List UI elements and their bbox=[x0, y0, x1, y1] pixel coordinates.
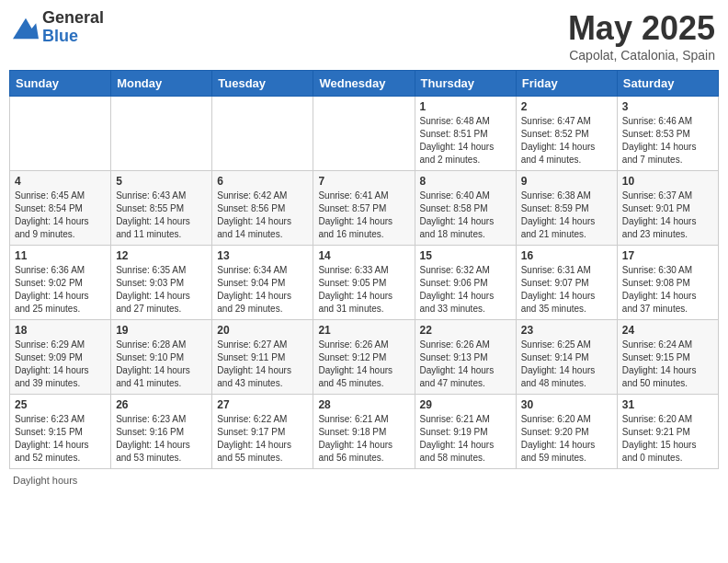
calendar-day-cell: 5Sunrise: 6:43 AM Sunset: 8:55 PM Daylig… bbox=[111, 171, 212, 246]
day-number: 1 bbox=[420, 100, 511, 113]
calendar-day-cell: 15Sunrise: 6:32 AM Sunset: 9:06 PM Dayli… bbox=[415, 246, 516, 320]
calendar-day-cell: 6Sunrise: 6:42 AM Sunset: 8:56 PM Daylig… bbox=[212, 171, 313, 246]
day-number: 27 bbox=[217, 398, 308, 411]
day-info: Sunrise: 6:46 AM Sunset: 8:53 PM Dayligh… bbox=[622, 115, 713, 167]
calendar-day-cell: 31Sunrise: 6:20 AM Sunset: 9:21 PM Dayli… bbox=[617, 395, 718, 469]
svg-marker-0 bbox=[13, 18, 39, 39]
calendar-day-cell: 2Sunrise: 6:47 AM Sunset: 8:52 PM Daylig… bbox=[516, 97, 617, 171]
day-number: 3 bbox=[622, 100, 713, 113]
month-title: May 2025 bbox=[568, 9, 715, 48]
day-info: Sunrise: 6:45 AM Sunset: 8:54 PM Dayligh… bbox=[15, 190, 106, 241]
day-info: Sunrise: 6:37 AM Sunset: 9:01 PM Dayligh… bbox=[622, 190, 713, 241]
logo-text: General Blue bbox=[42, 9, 104, 46]
calendar-day-cell: 21Sunrise: 6:26 AM Sunset: 9:12 PM Dayli… bbox=[313, 320, 415, 395]
logo-icon bbox=[13, 15, 39, 40]
calendar-day-cell: 20Sunrise: 6:27 AM Sunset: 9:11 PM Dayli… bbox=[212, 320, 313, 395]
day-info: Sunrise: 6:34 AM Sunset: 9:04 PM Dayligh… bbox=[217, 264, 308, 316]
logo: General Blue bbox=[13, 9, 104, 46]
page-container: General Blue May 2025 Capolat, Catalonia… bbox=[9, 9, 719, 486]
calendar-day-cell: 19Sunrise: 6:28 AM Sunset: 9:10 PM Dayli… bbox=[111, 320, 212, 395]
day-info: Sunrise: 6:27 AM Sunset: 9:11 PM Dayligh… bbox=[217, 339, 308, 390]
day-number: 25 bbox=[15, 398, 106, 411]
day-info: Sunrise: 6:47 AM Sunset: 8:52 PM Dayligh… bbox=[521, 115, 612, 167]
day-number: 22 bbox=[420, 324, 511, 337]
calendar-day-cell bbox=[10, 97, 111, 171]
logo-blue-text: Blue bbox=[42, 28, 104, 46]
calendar-day-cell: 29Sunrise: 6:21 AM Sunset: 9:19 PM Dayli… bbox=[415, 395, 516, 469]
day-info: Sunrise: 6:35 AM Sunset: 9:03 PM Dayligh… bbox=[116, 264, 207, 316]
day-of-week-header: Monday bbox=[111, 71, 212, 97]
calendar-day-cell: 27Sunrise: 6:22 AM Sunset: 9:17 PM Dayli… bbox=[212, 395, 313, 469]
calendar-day-cell: 14Sunrise: 6:33 AM Sunset: 9:05 PM Dayli… bbox=[313, 246, 415, 320]
day-info: Sunrise: 6:24 AM Sunset: 9:15 PM Dayligh… bbox=[622, 339, 713, 390]
day-number: 10 bbox=[622, 175, 713, 188]
calendar-day-cell bbox=[111, 97, 212, 171]
day-of-week-header: Thursday bbox=[415, 71, 516, 97]
calendar-day-cell: 7Sunrise: 6:41 AM Sunset: 8:57 PM Daylig… bbox=[313, 171, 415, 246]
day-info: Sunrise: 6:25 AM Sunset: 9:14 PM Dayligh… bbox=[521, 339, 612, 390]
calendar-day-cell: 1Sunrise: 6:48 AM Sunset: 8:51 PM Daylig… bbox=[415, 97, 516, 171]
day-of-week-header: Wednesday bbox=[313, 71, 415, 97]
day-info: Sunrise: 6:32 AM Sunset: 9:06 PM Dayligh… bbox=[420, 264, 511, 316]
calendar-day-cell bbox=[313, 97, 415, 171]
title-area: May 2025 Capolat, Catalonia, Spain bbox=[568, 9, 715, 63]
day-number: 7 bbox=[318, 175, 409, 188]
daylight-hours-label: Daylight hours bbox=[13, 475, 77, 486]
day-info: Sunrise: 6:36 AM Sunset: 9:02 PM Dayligh… bbox=[15, 264, 106, 316]
day-info: Sunrise: 6:42 AM Sunset: 8:56 PM Dayligh… bbox=[217, 190, 308, 241]
day-number: 31 bbox=[622, 398, 713, 411]
day-number: 9 bbox=[521, 175, 612, 188]
header: General Blue May 2025 Capolat, Catalonia… bbox=[9, 9, 719, 63]
day-of-week-header: Sunday bbox=[10, 71, 111, 97]
day-info: Sunrise: 6:40 AM Sunset: 8:58 PM Dayligh… bbox=[420, 190, 511, 241]
calendar-week-row: 18Sunrise: 6:29 AM Sunset: 9:09 PM Dayli… bbox=[10, 320, 719, 395]
day-info: Sunrise: 6:38 AM Sunset: 8:59 PM Dayligh… bbox=[521, 190, 612, 241]
calendar-day-cell: 24Sunrise: 6:24 AM Sunset: 9:15 PM Dayli… bbox=[617, 320, 718, 395]
calendar-day-cell: 25Sunrise: 6:23 AM Sunset: 9:15 PM Dayli… bbox=[10, 395, 111, 469]
calendar-day-cell: 8Sunrise: 6:40 AM Sunset: 8:58 PM Daylig… bbox=[415, 171, 516, 246]
day-info: Sunrise: 6:22 AM Sunset: 9:17 PM Dayligh… bbox=[217, 413, 308, 465]
calendar-day-cell: 22Sunrise: 6:26 AM Sunset: 9:13 PM Dayli… bbox=[415, 320, 516, 395]
calendar-day-cell bbox=[212, 97, 313, 171]
day-info: Sunrise: 6:20 AM Sunset: 9:21 PM Dayligh… bbox=[622, 413, 713, 465]
calendar-week-row: 11Sunrise: 6:36 AM Sunset: 9:02 PM Dayli… bbox=[10, 246, 719, 320]
day-number: 2 bbox=[521, 100, 612, 113]
day-number: 26 bbox=[116, 398, 207, 411]
day-info: Sunrise: 6:21 AM Sunset: 9:19 PM Dayligh… bbox=[420, 413, 511, 465]
day-info: Sunrise: 6:21 AM Sunset: 9:18 PM Dayligh… bbox=[318, 413, 409, 465]
calendar-day-cell: 13Sunrise: 6:34 AM Sunset: 9:04 PM Dayli… bbox=[212, 246, 313, 320]
day-number: 14 bbox=[318, 249, 409, 262]
calendar-day-cell: 17Sunrise: 6:30 AM Sunset: 9:08 PM Dayli… bbox=[617, 246, 718, 320]
day-number: 13 bbox=[217, 249, 308, 262]
day-number: 4 bbox=[15, 175, 106, 188]
day-number: 24 bbox=[622, 324, 713, 337]
day-number: 16 bbox=[521, 249, 612, 262]
calendar-table: SundayMondayTuesdayWednesdayThursdayFrid… bbox=[9, 70, 719, 469]
calendar-header-row: SundayMondayTuesdayWednesdayThursdayFrid… bbox=[10, 71, 719, 97]
day-info: Sunrise: 6:26 AM Sunset: 9:13 PM Dayligh… bbox=[420, 339, 511, 390]
day-of-week-header: Saturday bbox=[617, 71, 718, 97]
day-info: Sunrise: 6:23 AM Sunset: 9:16 PM Dayligh… bbox=[116, 413, 207, 465]
day-number: 29 bbox=[420, 398, 511, 411]
day-info: Sunrise: 6:29 AM Sunset: 9:09 PM Dayligh… bbox=[15, 339, 106, 390]
day-info: Sunrise: 6:30 AM Sunset: 9:08 PM Dayligh… bbox=[622, 264, 713, 316]
day-info: Sunrise: 6:23 AM Sunset: 9:15 PM Dayligh… bbox=[15, 413, 106, 465]
day-number: 30 bbox=[521, 398, 612, 411]
calendar-day-cell: 9Sunrise: 6:38 AM Sunset: 8:59 PM Daylig… bbox=[516, 171, 617, 246]
day-number: 11 bbox=[15, 249, 106, 262]
day-number: 19 bbox=[116, 324, 207, 337]
day-number: 5 bbox=[116, 175, 207, 188]
calendar-day-cell: 30Sunrise: 6:20 AM Sunset: 9:20 PM Dayli… bbox=[516, 395, 617, 469]
calendar-day-cell: 28Sunrise: 6:21 AM Sunset: 9:18 PM Dayli… bbox=[313, 395, 415, 469]
calendar-day-cell: 12Sunrise: 6:35 AM Sunset: 9:03 PM Dayli… bbox=[111, 246, 212, 320]
footer-note: Daylight hours bbox=[9, 475, 719, 486]
calendar-day-cell: 4Sunrise: 6:45 AM Sunset: 8:54 PM Daylig… bbox=[10, 171, 111, 246]
day-info: Sunrise: 6:48 AM Sunset: 8:51 PM Dayligh… bbox=[420, 115, 511, 167]
day-info: Sunrise: 6:41 AM Sunset: 8:57 PM Dayligh… bbox=[318, 190, 409, 241]
location: Capolat, Catalonia, Spain bbox=[568, 48, 715, 63]
calendar-week-row: 1Sunrise: 6:48 AM Sunset: 8:51 PM Daylig… bbox=[10, 97, 719, 171]
day-info: Sunrise: 6:31 AM Sunset: 9:07 PM Dayligh… bbox=[521, 264, 612, 316]
calendar-day-cell: 23Sunrise: 6:25 AM Sunset: 9:14 PM Dayli… bbox=[516, 320, 617, 395]
calendar-day-cell: 16Sunrise: 6:31 AM Sunset: 9:07 PM Dayli… bbox=[516, 246, 617, 320]
day-number: 12 bbox=[116, 249, 207, 262]
